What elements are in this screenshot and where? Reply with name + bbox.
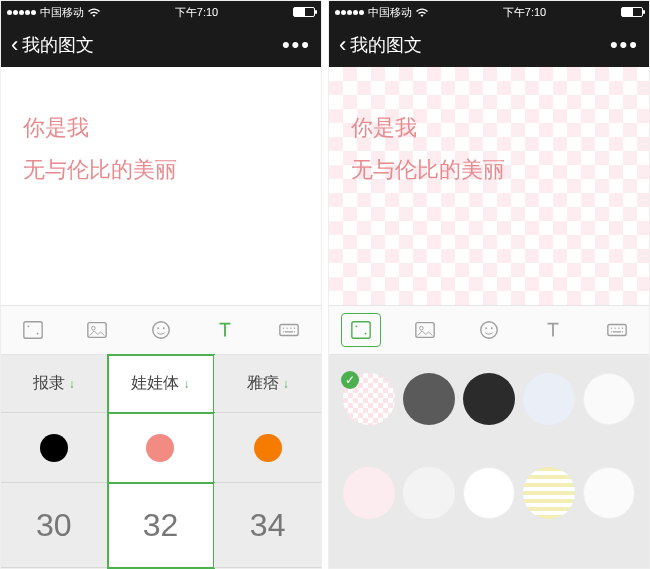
nav-bar: ‹ 我的图文 ••• bbox=[329, 23, 649, 67]
size-option-2[interactable]: 34 bbox=[214, 483, 321, 568]
wifi-icon bbox=[416, 8, 428, 17]
signal-icon bbox=[7, 10, 36, 15]
svg-point-6 bbox=[157, 327, 159, 329]
check-icon: ✓ bbox=[341, 371, 359, 389]
text-canvas[interactable]: 你是我 无与伦比的美丽 bbox=[1, 67, 321, 305]
chevron-left-icon: ‹ bbox=[339, 34, 346, 56]
bg-swatch-7[interactable] bbox=[463, 467, 515, 519]
signal-icon bbox=[335, 10, 364, 15]
photo-icon[interactable] bbox=[405, 313, 445, 347]
svg-rect-0 bbox=[24, 322, 42, 339]
color-swatch bbox=[40, 434, 68, 462]
text-canvas[interactable]: 你是我 无与伦比的美丽 bbox=[329, 67, 649, 305]
svg-point-7 bbox=[163, 327, 165, 329]
color-option-0[interactable] bbox=[1, 413, 108, 483]
back-button[interactable]: ‹ 我的图文 bbox=[11, 33, 94, 57]
svg-point-16 bbox=[491, 327, 493, 329]
bg-swatch-4[interactable] bbox=[583, 373, 635, 425]
bg-swatch-8[interactable] bbox=[523, 467, 575, 519]
svg-rect-17 bbox=[608, 325, 626, 336]
wifi-icon bbox=[88, 8, 100, 17]
size-option-0[interactable]: 30 bbox=[1, 483, 108, 568]
font-size-panel: 报隶 ↓ 娃娃体 ↓ 雅痞 ↓ 30 bbox=[1, 355, 321, 568]
photo-icon[interactable] bbox=[77, 313, 117, 347]
bg-swatch-0[interactable]: ✓ bbox=[343, 373, 395, 425]
nav-title: 我的图文 bbox=[22, 33, 94, 57]
bg-swatch-5[interactable] bbox=[343, 467, 395, 519]
text-icon[interactable] bbox=[205, 313, 245, 347]
more-button[interactable]: ••• bbox=[610, 32, 639, 58]
status-time: 下午7:10 bbox=[428, 5, 621, 20]
svg-point-1 bbox=[28, 325, 30, 327]
chevron-left-icon: ‹ bbox=[11, 34, 18, 56]
download-icon: ↓ bbox=[183, 377, 189, 391]
status-time: 下午7:10 bbox=[100, 5, 293, 20]
svg-point-2 bbox=[37, 333, 39, 335]
svg-rect-9 bbox=[352, 322, 370, 339]
status-bar: 中国移动 下午7:10 bbox=[329, 1, 649, 23]
phone-left: 中国移动 下午7:10 ‹ 我的图文 ••• 你是我 无与伦比的美丽 bbox=[0, 0, 322, 569]
editor-toolbar bbox=[1, 305, 321, 355]
download-icon: ↓ bbox=[283, 377, 289, 391]
canvas-line-2: 无与伦比的美丽 bbox=[351, 149, 627, 191]
carrier-label: 中国移动 bbox=[40, 5, 84, 20]
bg-pattern-icon[interactable] bbox=[13, 313, 53, 347]
bg-swatch-6[interactable] bbox=[403, 467, 455, 519]
background-panel: ✓ bbox=[329, 355, 649, 568]
svg-point-15 bbox=[485, 327, 487, 329]
svg-point-11 bbox=[365, 333, 367, 335]
bg-swatch-2[interactable] bbox=[463, 373, 515, 425]
nav-bar: ‹ 我的图文 ••• bbox=[1, 23, 321, 67]
keyboard-icon[interactable] bbox=[597, 313, 637, 347]
more-button[interactable]: ••• bbox=[282, 32, 311, 58]
svg-rect-8 bbox=[280, 325, 298, 336]
size-option-1[interactable]: 32 bbox=[108, 483, 215, 568]
color-option-1[interactable] bbox=[108, 413, 215, 483]
battery-icon bbox=[293, 7, 315, 17]
svg-point-13 bbox=[420, 326, 424, 330]
svg-point-5 bbox=[153, 322, 170, 339]
color-swatch bbox=[146, 434, 174, 462]
font-option-1[interactable]: 娃娃体 ↓ bbox=[108, 355, 215, 413]
font-option-0[interactable]: 报隶 ↓ bbox=[1, 355, 108, 413]
bg-swatch-3[interactable] bbox=[523, 373, 575, 425]
status-bar: 中国移动 下午7:10 bbox=[1, 1, 321, 23]
nav-title: 我的图文 bbox=[350, 33, 422, 57]
emoji-icon[interactable] bbox=[141, 313, 181, 347]
bg-swatch-1[interactable] bbox=[403, 373, 455, 425]
canvas-line-1: 你是我 bbox=[351, 107, 627, 149]
phone-right: 中国移动 下午7:10 ‹ 我的图文 ••• 你是我 无与伦比的美丽 bbox=[328, 0, 650, 569]
canvas-line-2: 无与伦比的美丽 bbox=[23, 149, 299, 191]
color-option-2[interactable] bbox=[214, 413, 321, 483]
emoji-icon[interactable] bbox=[469, 313, 509, 347]
carrier-label: 中国移动 bbox=[368, 5, 412, 20]
keyboard-icon[interactable] bbox=[269, 313, 309, 347]
battery-icon bbox=[621, 7, 643, 17]
svg-point-10 bbox=[356, 325, 358, 327]
download-icon: ↓ bbox=[69, 377, 75, 391]
color-swatch bbox=[254, 434, 282, 462]
text-icon[interactable] bbox=[533, 313, 573, 347]
font-option-2[interactable]: 雅痞 ↓ bbox=[214, 355, 321, 413]
bg-pattern-icon[interactable] bbox=[341, 313, 381, 347]
back-button[interactable]: ‹ 我的图文 bbox=[339, 33, 422, 57]
bg-swatch-9[interactable] bbox=[583, 467, 635, 519]
canvas-line-1: 你是我 bbox=[23, 107, 299, 149]
editor-toolbar bbox=[329, 305, 649, 355]
svg-point-14 bbox=[481, 322, 498, 339]
svg-point-4 bbox=[92, 326, 96, 330]
